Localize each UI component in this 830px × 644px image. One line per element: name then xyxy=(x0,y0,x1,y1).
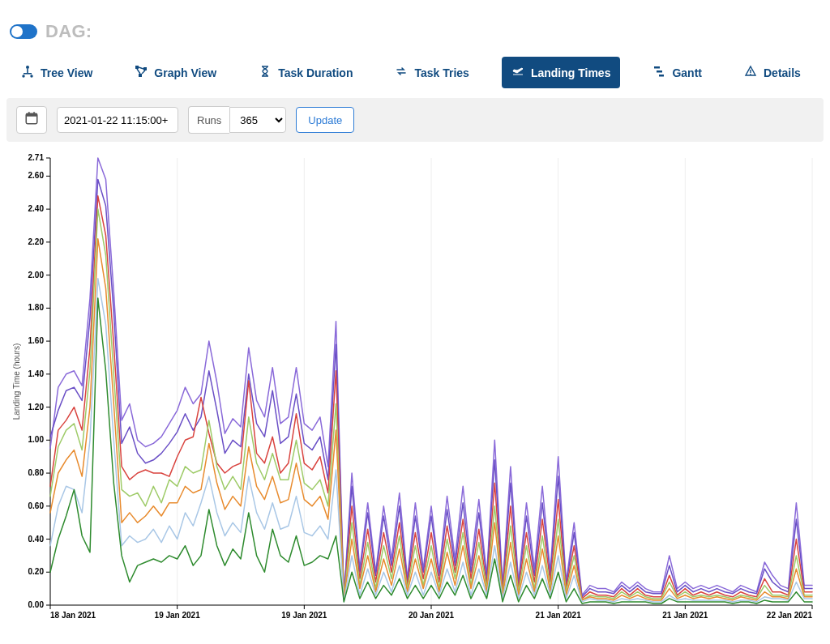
tab-details[interactable]: Details xyxy=(734,57,811,88)
svg-text:0.00: 0.00 xyxy=(28,600,45,609)
runs-label: Runs xyxy=(188,106,229,134)
tab-graph-view[interactable]: Graph View xyxy=(125,57,226,88)
retry-icon xyxy=(395,65,408,80)
landing-times-chart: 0.000.200.400.600.801.001.201.401.601.80… xyxy=(8,151,822,629)
graph-icon xyxy=(135,65,148,80)
svg-text:21 Jan 2021: 21 Jan 2021 xyxy=(662,611,708,620)
svg-text:2.20: 2.20 xyxy=(28,237,45,246)
tab-bar: Tree View Graph View Task Duration Task … xyxy=(0,42,830,98)
tab-label: Landing Times xyxy=(531,66,611,79)
dag-toggle[interactable] xyxy=(10,24,37,39)
svg-rect-9 xyxy=(657,70,662,73)
svg-rect-1 xyxy=(27,69,28,73)
tab-tree-view[interactable]: Tree View xyxy=(11,57,102,88)
svg-point-0 xyxy=(26,66,29,69)
svg-text:0.20: 0.20 xyxy=(28,567,45,576)
svg-text:0.40: 0.40 xyxy=(28,535,45,544)
datetime-input[interactable] xyxy=(57,107,178,133)
svg-text:0.60: 0.60 xyxy=(28,501,45,510)
svg-rect-2 xyxy=(24,73,32,75)
svg-rect-10 xyxy=(659,75,664,77)
hourglass-icon xyxy=(259,65,272,80)
svg-text:20 Jan 2021: 20 Jan 2021 xyxy=(409,611,455,620)
update-button[interactable]: Update xyxy=(296,107,354,133)
chart-container: 0.000.200.400.600.801.001.201.401.601.80… xyxy=(8,151,822,629)
calendar-icon xyxy=(24,111,39,129)
runs-group: Runs 365 xyxy=(188,106,286,134)
tab-label: Task Tries xyxy=(414,66,468,79)
svg-text:0.80: 0.80 xyxy=(28,468,45,477)
svg-text:1.40: 1.40 xyxy=(28,369,45,378)
tab-label: Details xyxy=(764,66,801,79)
svg-text:2.60: 2.60 xyxy=(28,171,45,180)
tab-gantt[interactable]: Gantt xyxy=(643,57,712,88)
svg-text:1.60: 1.60 xyxy=(28,336,45,345)
page-header: DAG: xyxy=(0,0,830,42)
tab-landing-times[interactable]: Landing Times xyxy=(502,57,621,88)
gantt-icon xyxy=(652,65,665,80)
svg-rect-8 xyxy=(654,66,660,69)
dag-title: DAG: xyxy=(45,21,92,42)
tab-label: Gantt xyxy=(672,66,702,79)
tab-label: Task Duration xyxy=(278,66,353,79)
tab-label: Graph View xyxy=(154,66,216,79)
svg-rect-15 xyxy=(28,112,30,114)
tree-icon xyxy=(21,65,34,80)
warning-icon xyxy=(744,65,757,80)
tab-label: Tree View xyxy=(41,66,92,79)
svg-point-3 xyxy=(22,75,24,77)
svg-rect-6 xyxy=(143,67,147,70)
datepicker-button[interactable] xyxy=(16,106,47,134)
svg-text:19 Jan 2021: 19 Jan 2021 xyxy=(155,611,201,620)
svg-text:21 Jan 2021: 21 Jan 2021 xyxy=(536,611,582,620)
svg-text:1.20: 1.20 xyxy=(28,403,45,412)
svg-text:2.71: 2.71 xyxy=(28,153,45,162)
svg-point-4 xyxy=(30,75,32,77)
tab-task-tries[interactable]: Task Tries xyxy=(385,57,478,88)
svg-text:2.00: 2.00 xyxy=(28,271,45,279)
svg-text:1.80: 1.80 xyxy=(28,303,45,312)
filter-toolbar: Runs 365 Update xyxy=(6,98,824,142)
svg-rect-7 xyxy=(139,74,142,77)
svg-text:18 Jan 2021: 18 Jan 2021 xyxy=(50,611,96,620)
svg-text:2.40: 2.40 xyxy=(28,204,45,213)
svg-text:1.00: 1.00 xyxy=(28,435,45,444)
svg-text:Landing Time (hours): Landing Time (hours) xyxy=(12,343,21,420)
tab-task-duration[interactable]: Task Duration xyxy=(249,57,362,88)
svg-text:22 Jan 2021: 22 Jan 2021 xyxy=(767,611,813,620)
svg-rect-14 xyxy=(26,113,37,116)
svg-rect-11 xyxy=(750,70,751,73)
svg-rect-16 xyxy=(33,112,35,114)
svg-rect-12 xyxy=(750,74,751,75)
runs-select[interactable]: 365 xyxy=(229,107,286,133)
svg-text:19 Jan 2021: 19 Jan 2021 xyxy=(281,611,327,620)
svg-rect-5 xyxy=(135,66,139,69)
landing-icon xyxy=(511,65,524,80)
